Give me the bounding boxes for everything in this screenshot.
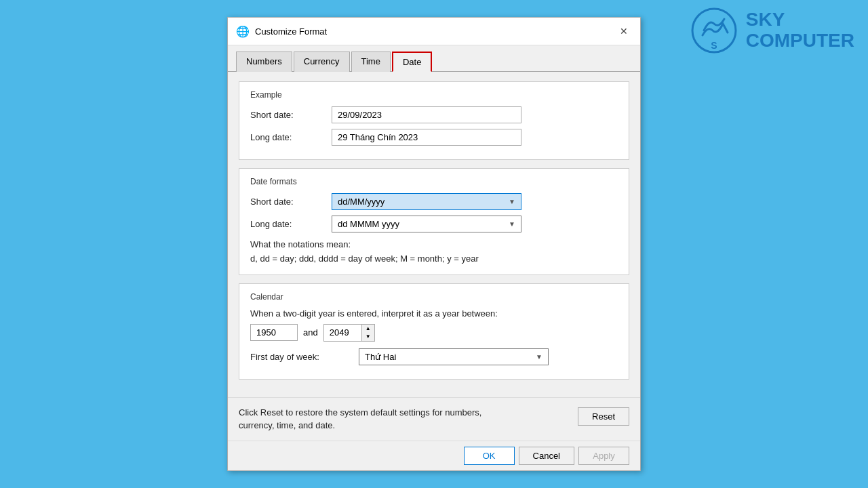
notations-body: d, dd = day; ddd, dddd = day of week; M … (250, 252, 618, 266)
reset-btn-wrap: Reset (578, 406, 629, 426)
short-date-label: Short date: (250, 110, 332, 120)
short-date-format-row: Short date: dd/MM/yyyy ▼ (250, 193, 618, 210)
action-buttons-bar: OK Cancel Apply (228, 441, 640, 470)
sky-logo-icon: S (690, 7, 738, 54)
spin-up-button[interactable]: ▲ (362, 325, 374, 333)
close-button[interactable]: ✕ (616, 23, 632, 39)
tab-currency[interactable]: Currency (294, 52, 350, 72)
year-from-input[interactable] (250, 324, 298, 341)
example-section-title: Example (250, 90, 618, 100)
long-date-format-label: Long date: (250, 219, 332, 229)
svg-text:S: S (711, 40, 717, 51)
example-section: Example Short date: Long date: (239, 81, 629, 160)
long-date-format-value: dd MMMM yyyy (338, 219, 399, 229)
ok-button[interactable]: OK (464, 447, 515, 465)
year-range-row: and ▲ ▼ (250, 324, 618, 342)
year-interpret-text: When a two-digit year is entered, interp… (250, 308, 618, 319)
dialog-content: Example Short date: Long date: Date form… (228, 72, 640, 397)
long-date-input[interactable] (332, 129, 521, 146)
sky-logo: S SKY COMPUTER (690, 7, 854, 54)
tab-time[interactable]: Time (351, 52, 391, 72)
short-date-input[interactable] (332, 106, 521, 123)
date-formats-title: Date formats (250, 177, 618, 186)
tab-bar: Numbers Currency Time Date (228, 45, 640, 72)
spin-buttons: ▲ ▼ (361, 325, 374, 341)
long-date-row: Long date: (250, 129, 618, 146)
first-day-row: First day of week: Thứ Hai ▼ (250, 348, 618, 365)
first-day-dropdown-arrow: ▼ (536, 353, 542, 361)
title-bar: 🌐 Customize Format ✕ (228, 18, 640, 45)
calendar-section-title: Calendar (250, 292, 618, 302)
short-date-format-value: dd/MM/yyyy (338, 197, 384, 207)
first-day-label: First day of week: (250, 352, 359, 362)
short-date-format-label: Short date: (250, 197, 332, 207)
short-date-row: Short date: (250, 106, 618, 123)
calendar-section: Calendar When a two-digit year is entere… (239, 283, 629, 380)
date-formats-section: Date formats Short date: dd/MM/yyyy ▼ Lo… (239, 168, 629, 275)
long-date-format-dropdown[interactable]: dd MMMM yyyy ▼ (332, 216, 521, 232)
cancel-button[interactable]: Cancel (519, 447, 574, 465)
reset-button[interactable]: Reset (578, 407, 629, 426)
tab-numbers[interactable]: Numbers (236, 52, 292, 72)
long-date-dropdown-arrow: ▼ (509, 220, 515, 228)
bottom-area: Click Reset to restore the system defaul… (228, 397, 640, 441)
short-date-dropdown-arrow: ▼ (509, 198, 515, 205)
long-date-label: Long date: (250, 132, 332, 142)
spin-down-button[interactable]: ▼ (362, 333, 374, 341)
short-date-format-dropdown[interactable]: dd/MM/yyyy ▼ (332, 193, 521, 210)
apply-button[interactable]: Apply (578, 447, 629, 465)
long-date-format-row: Long date: dd MMMM yyyy ▼ (250, 216, 618, 232)
sky-logo-text: SKY COMPUTER (746, 9, 854, 52)
reset-description-text: Click Reset to restore the system defaul… (239, 406, 510, 432)
customize-format-dialog: 🌐 Customize Format ✕ Numbers Currency Ti… (227, 17, 641, 471)
first-day-value: Thứ Hai (365, 352, 396, 362)
notations-title: What the notations mean: (250, 238, 618, 252)
tab-date[interactable]: Date (392, 52, 432, 72)
dialog-title: Customize Format (255, 26, 610, 37)
and-label: and (303, 327, 318, 338)
year-to-input[interactable] (324, 325, 361, 341)
dialog-icon: 🌐 (236, 25, 250, 38)
first-day-dropdown[interactable]: Thứ Hai ▼ (359, 348, 549, 365)
year-to-spinner[interactable]: ▲ ▼ (323, 324, 375, 342)
notations-block: What the notations mean: d, dd = day; dd… (250, 238, 618, 266)
